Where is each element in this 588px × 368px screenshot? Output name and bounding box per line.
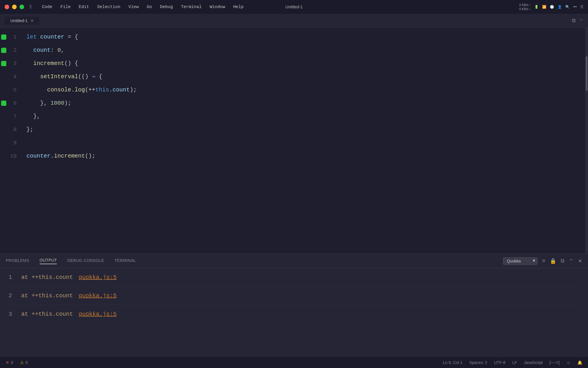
copy-output-button[interactable]: ⧉ [561,258,564,264]
apple-menu[interactable]:  [30,4,33,10]
line-num-7: 7 [8,110,17,123]
tab-output[interactable]: OUTPUT [40,258,57,264]
status-encoding[interactable]: UTF-8 [494,360,506,365]
code-content-10: counter.increment(); [17,150,95,163]
status-language[interactable]: JavaScript [524,360,543,365]
battery-icon: 🔋 [534,5,539,9]
menu-help[interactable]: Help [233,5,243,9]
code-content-5: console.log(++this.count); [17,83,137,97]
wifi-icon: 📶 [542,5,546,9]
output-text-3: at ++this.count [21,311,73,317]
code-line-10: 10 counter.increment(); [0,150,585,163]
error-count: 0 [11,360,13,365]
menu-bar:  Code File Edit Selection View Go Debug… [30,4,243,10]
menu-selection[interactable]: Selection [97,5,120,9]
split-editor-icon[interactable]: ⧉ [572,18,576,24]
code-line-8: 8 }; [0,123,585,136]
editor-scrollbar[interactable] [585,28,588,254]
code-line-2: 2 count: 0, [0,44,585,57]
titlebar-right: 0 KB/s ↑0 KB/s ↓ 🔋 📶 🕐 👤 🔍 ••• ☰ [519,3,583,11]
tab-close-icon[interactable]: ✕ [30,18,34,23]
net-speed-icon: 0 KB/s ↑0 KB/s ↓ [519,3,531,11]
status-errors[interactable]: ✕ 0 [6,360,13,365]
menu-go[interactable]: Go [147,5,152,9]
panel-right-controls: Quokka ▼ ≡ 🔒 ⧉ ⌃ ✕ [503,257,582,265]
finder-icon: 🔍 [565,5,570,9]
close-button[interactable] [5,5,9,9]
notification-icon[interactable]: 🔔 [577,360,582,365]
menu-edit[interactable]: Edit [79,5,89,9]
lock-output-button[interactable]: 🔒 [550,258,556,264]
scroll-up-button[interactable]: ⌃ [569,258,573,264]
line-num-3: 3 [8,57,17,70]
breakpoint-1[interactable] [1,34,6,40]
more-icon: ••• [573,5,577,9]
code-line-1: 1 let counter = { [0,30,585,44]
output-source-dropdown[interactable]: Quokka [503,257,537,265]
maximize-button[interactable] [20,5,24,9]
status-warnings[interactable]: ⚠ 0 [20,360,28,365]
output-link-3[interactable]: quokka.js:5 [79,311,117,317]
code-content-4: setInterval(() ⇒ { [17,70,102,83]
code-content-6: }, 1000); [17,97,71,110]
breakpoint-6[interactable] [1,101,6,106]
tab-terminal[interactable]: TERMINAL [115,258,136,264]
output-link-2[interactable]: quokka.js:5 [79,292,117,299]
line-num-9: 9 [8,136,17,150]
output-line-2: 2 at ++this.count quokka.js:5 [9,287,579,305]
menu-terminal[interactable]: Terminal [181,5,202,9]
menu-code[interactable]: Code [42,5,52,9]
status-extra: [----=] [550,360,560,365]
minimize-button[interactable] [12,5,17,9]
line-num-5: 5 [8,83,17,97]
code-line-9: 9 [0,136,585,150]
editor-scrollbar-thumb[interactable] [586,56,587,91]
code-content-1: let counter = { [17,30,78,44]
code-content-2: count: 0, [17,44,64,57]
user-icon: 👤 [558,5,562,9]
dot-icon: ● [580,18,582,24]
code-content-3: increment() { [17,57,78,70]
code-content-8: }; [17,123,33,136]
tab-problems[interactable]: PROBLEMS [6,258,29,264]
smiley-icon[interactable]: ☺ [566,360,570,365]
panel-tabs: PROBLEMS OUTPUT DEBUG CONSOLE TERMINAL Q… [0,254,588,268]
output-text-1: at ++this.count [21,274,73,281]
status-eol[interactable]: LF [512,360,517,365]
output-link-1[interactable]: quokka.js:5 [79,274,117,281]
window-title: Untitled-1 [285,5,303,9]
line-num-10: 10 [8,150,17,163]
tabbar: Untitled-1 ✕ ⧉ ● [0,14,588,28]
clear-output-button[interactable]: ≡ [542,258,545,264]
output-num-1: 1 [9,274,16,281]
status-ln-col[interactable]: Ln 9, Col 1 [443,360,463,365]
output-text-2: at ++this.count [21,292,73,299]
breakpoint-3[interactable] [1,61,6,66]
statusbar: ✕ 0 ⚠ 0 Ln 9, Col 1 Spaces: 2 UTF-8 LF J… [0,357,588,368]
menu-view[interactable]: View [128,5,139,9]
code-container[interactable]: 1 let counter = { 2 count: 0, 3 incremen… [0,28,585,254]
code-line-3: 3 increment() { [0,57,585,70]
tab-debug-console[interactable]: DEBUG CONSOLE [67,258,104,264]
code-line-6: 6 }, 1000); [0,97,585,110]
code-line-4: 4 setInterval(() ⇒ { [0,70,585,83]
breakpoint-2[interactable] [1,48,6,53]
code-line-5: 5 console.log(++this.count); [0,83,585,97]
output-line-3: 3 at ++this.count quokka.js:5 [9,305,579,323]
status-right: Ln 9, Col 1 Spaces: 2 UTF-8 LF JavaScrip… [443,360,582,365]
menu-debug[interactable]: Debug [160,5,173,9]
menu-file[interactable]: File [60,5,71,9]
code-content-7: }, [17,110,40,123]
line-num-4: 4 [8,70,17,83]
code-line-7: 7 }, [0,110,585,123]
menu-window[interactable]: Window [210,5,225,9]
warning-count: 0 [26,360,28,365]
error-icon: ✕ [6,360,9,365]
tab-untitled-1[interactable]: Untitled-1 ✕ [5,17,40,25]
tab-right-icons: ⧉ ● [572,18,582,24]
list-icon: ☰ [580,5,583,9]
status-spaces[interactable]: Spaces: 2 [469,360,487,365]
line-num-2: 2 [8,44,17,57]
close-panel-button[interactable]: ✕ [578,258,582,264]
titlebar:  Code File Edit Selection View Go Debug… [0,0,588,14]
